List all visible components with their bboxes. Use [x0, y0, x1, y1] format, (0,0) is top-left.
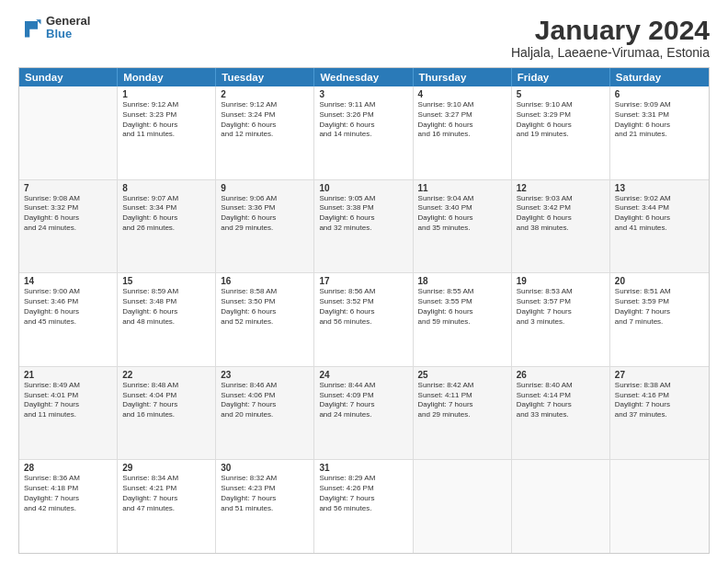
header-day-thursday: Thursday [414, 68, 512, 86]
day-cell-9: 9Sunrise: 9:06 AM Sunset: 3:36 PM Daylig… [216, 180, 314, 273]
day-number: 20 [615, 276, 704, 286]
day-cell-22: 22Sunrise: 8:48 AM Sunset: 4:04 PM Dayli… [118, 367, 216, 460]
day-number: 7 [24, 183, 112, 193]
day-info: Sunrise: 8:51 AM Sunset: 3:59 PM Dayligh… [615, 287, 704, 327]
calendar: SundayMondayTuesdayWednesdayThursdayFrid… [18, 67, 710, 554]
day-info: Sunrise: 8:53 AM Sunset: 3:57 PM Dayligh… [517, 287, 605, 327]
day-number: 29 [122, 463, 210, 473]
day-cell-3: 3Sunrise: 9:11 AM Sunset: 3:26 PM Daylig… [314, 86, 413, 179]
day-number: 14 [24, 276, 112, 286]
day-info: Sunrise: 9:00 AM Sunset: 3:46 PM Dayligh… [24, 287, 112, 327]
day-number: 3 [319, 89, 407, 99]
day-cell-27: 27Sunrise: 8:38 AM Sunset: 4:16 PM Dayli… [610, 367, 709, 460]
day-number: 4 [418, 89, 506, 99]
calendar-row: 14Sunrise: 9:00 AM Sunset: 3:46 PM Dayli… [19, 273, 709, 367]
day-info: Sunrise: 8:55 AM Sunset: 3:55 PM Dayligh… [418, 287, 506, 327]
page: General Blue January 2024 Haljala, Laeae… [0, 0, 728, 563]
day-number: 10 [319, 183, 407, 193]
day-info: Sunrise: 8:42 AM Sunset: 4:11 PM Dayligh… [418, 381, 506, 420]
calendar-row: 7Sunrise: 9:08 AM Sunset: 3:32 PM Daylig… [19, 180, 709, 274]
day-number: 11 [418, 183, 506, 193]
calendar-row: 1Sunrise: 9:12 AM Sunset: 3:23 PM Daylig… [19, 86, 709, 180]
header: General Blue January 2024 Haljala, Laeae… [18, 15, 710, 60]
day-number: 15 [122, 276, 210, 286]
day-cell-26: 26Sunrise: 8:40 AM Sunset: 4:14 PM Dayli… [512, 367, 610, 460]
day-number: 24 [319, 370, 407, 380]
day-cell-18: 18Sunrise: 8:55 AM Sunset: 3:55 PM Dayli… [414, 273, 512, 366]
day-info: Sunrise: 9:12 AM Sunset: 3:24 PM Dayligh… [221, 100, 309, 140]
day-info: Sunrise: 8:58 AM Sunset: 3:50 PM Dayligh… [221, 287, 309, 327]
header-day-sunday: Sunday [19, 68, 118, 86]
day-cell-12: 12Sunrise: 9:03 AM Sunset: 3:42 PM Dayli… [512, 180, 610, 273]
day-number: 26 [517, 370, 605, 380]
day-cell-1: 1Sunrise: 9:12 AM Sunset: 3:23 PM Daylig… [118, 86, 216, 179]
day-cell-15: 15Sunrise: 8:59 AM Sunset: 3:48 PM Dayli… [118, 273, 216, 366]
logo-blue-text: Blue [46, 28, 90, 40]
day-number: 13 [615, 183, 704, 193]
logo-icon [18, 15, 44, 40]
day-number: 12 [517, 183, 605, 193]
day-cell-28: 28Sunrise: 8:36 AM Sunset: 4:18 PM Dayli… [19, 460, 118, 553]
day-number: 21 [24, 370, 112, 380]
day-info: Sunrise: 9:02 AM Sunset: 3:44 PM Dayligh… [615, 194, 704, 234]
header-day-tuesday: Tuesday [216, 68, 314, 86]
day-info: Sunrise: 8:29 AM Sunset: 4:26 PM Dayligh… [319, 474, 407, 513]
day-info: Sunrise: 9:12 AM Sunset: 3:23 PM Dayligh… [122, 100, 210, 140]
day-info: Sunrise: 9:03 AM Sunset: 3:42 PM Dayligh… [517, 194, 605, 234]
day-number: 2 [221, 89, 309, 99]
day-info: Sunrise: 9:11 AM Sunset: 3:26 PM Dayligh… [319, 100, 407, 140]
day-number: 19 [517, 276, 605, 286]
day-info: Sunrise: 8:44 AM Sunset: 4:09 PM Dayligh… [319, 381, 407, 420]
day-cell-6: 6Sunrise: 9:09 AM Sunset: 3:31 PM Daylig… [610, 86, 709, 179]
day-info: Sunrise: 9:09 AM Sunset: 3:31 PM Dayligh… [615, 100, 704, 140]
header-day-wednesday: Wednesday [314, 68, 413, 86]
day-number: 17 [319, 276, 407, 286]
day-number: 6 [615, 89, 704, 99]
day-info: Sunrise: 8:34 AM Sunset: 4:21 PM Dayligh… [122, 474, 210, 513]
day-number: 16 [221, 276, 309, 286]
day-cell-23: 23Sunrise: 8:46 AM Sunset: 4:06 PM Dayli… [216, 367, 314, 460]
day-info: Sunrise: 8:49 AM Sunset: 4:01 PM Dayligh… [24, 381, 112, 420]
day-number: 22 [122, 370, 210, 380]
day-cell-19: 19Sunrise: 8:53 AM Sunset: 3:57 PM Dayli… [512, 273, 610, 366]
day-info: Sunrise: 9:04 AM Sunset: 3:40 PM Dayligh… [418, 194, 506, 234]
day-info: Sunrise: 9:06 AM Sunset: 3:36 PM Dayligh… [221, 194, 309, 234]
month-title: January 2024 [511, 15, 710, 45]
day-number: 25 [418, 370, 506, 380]
svg-marker-0 [25, 21, 38, 38]
calendar-body: 1Sunrise: 9:12 AM Sunset: 3:23 PM Daylig… [19, 86, 709, 553]
day-cell-17: 17Sunrise: 8:56 AM Sunset: 3:52 PM Dayli… [314, 273, 413, 366]
day-info: Sunrise: 8:40 AM Sunset: 4:14 PM Dayligh… [517, 381, 605, 420]
day-cell-31: 31Sunrise: 8:29 AM Sunset: 4:26 PM Dayli… [314, 460, 413, 553]
day-info: Sunrise: 9:10 AM Sunset: 3:27 PM Dayligh… [418, 100, 506, 140]
day-number: 23 [221, 370, 309, 380]
calendar-row: 28Sunrise: 8:36 AM Sunset: 4:18 PM Dayli… [19, 460, 709, 553]
day-cell-5: 5Sunrise: 9:10 AM Sunset: 3:29 PM Daylig… [512, 86, 610, 179]
header-day-monday: Monday [118, 68, 216, 86]
day-info: Sunrise: 9:08 AM Sunset: 3:32 PM Dayligh… [24, 194, 112, 234]
day-cell-30: 30Sunrise: 8:32 AM Sunset: 4:23 PM Dayli… [216, 460, 314, 553]
day-number: 1 [122, 89, 210, 99]
day-info: Sunrise: 8:48 AM Sunset: 4:04 PM Dayligh… [122, 381, 210, 420]
day-cell-16: 16Sunrise: 8:58 AM Sunset: 3:50 PM Dayli… [216, 273, 314, 366]
day-number: 5 [517, 89, 605, 99]
title-block: January 2024 Haljala, Laeaene-Virumaa, E… [511, 15, 710, 60]
logo: General Blue [18, 15, 90, 41]
day-info: Sunrise: 8:46 AM Sunset: 4:06 PM Dayligh… [221, 381, 309, 420]
day-number: 31 [319, 463, 407, 473]
day-cell-29: 29Sunrise: 8:34 AM Sunset: 4:21 PM Dayli… [118, 460, 216, 553]
day-info: Sunrise: 8:38 AM Sunset: 4:16 PM Dayligh… [615, 381, 704, 420]
day-cell-7: 7Sunrise: 9:08 AM Sunset: 3:32 PM Daylig… [19, 180, 118, 273]
empty-cell [414, 460, 512, 553]
day-info: Sunrise: 9:10 AM Sunset: 3:29 PM Dayligh… [517, 100, 605, 140]
day-cell-11: 11Sunrise: 9:04 AM Sunset: 3:40 PM Dayli… [414, 180, 512, 273]
calendar-header: SundayMondayTuesdayWednesdayThursdayFrid… [19, 68, 709, 86]
day-cell-14: 14Sunrise: 9:00 AM Sunset: 3:46 PM Dayli… [19, 273, 118, 366]
day-cell-2: 2Sunrise: 9:12 AM Sunset: 3:24 PM Daylig… [216, 86, 314, 179]
day-info: Sunrise: 8:32 AM Sunset: 4:23 PM Dayligh… [221, 474, 309, 513]
empty-cell [610, 460, 709, 553]
location: Haljala, Laeaene-Virumaa, Estonia [511, 45, 710, 60]
day-number: 8 [122, 183, 210, 193]
day-info: Sunrise: 8:56 AM Sunset: 3:52 PM Dayligh… [319, 287, 407, 327]
day-cell-24: 24Sunrise: 8:44 AM Sunset: 4:09 PM Dayli… [314, 367, 413, 460]
